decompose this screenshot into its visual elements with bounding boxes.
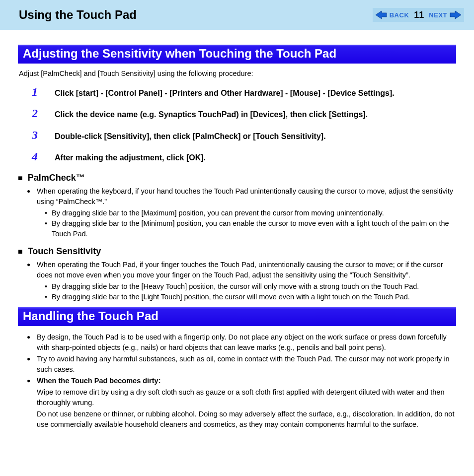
palmcheck-list: When operating the keyboard, if your han… [27,186,456,239]
page-number: 11 [411,10,427,20]
list-item: When operating the Touch Pad, if your fi… [27,260,456,302]
touchsens-sublist: By dragging slide bar to the [Heavy Touc… [45,281,456,302]
content-area: Adjusting the Sensitivity when Touching … [0,30,474,449]
touchsens-list: When operating the Touch Pad, if your fi… [27,260,456,302]
svg-marker-1 [450,11,461,19]
sublist-item: By dragging slide bar to the [Heavy Touc… [45,281,456,292]
continuation-text: Wipe to remove dirt by using a dry soft … [37,387,456,408]
svg-marker-0 [376,11,387,19]
sublist-item: By dragging slide bar to the [Maximum] p… [45,208,456,218]
page-title: Using the Touch Pad [19,8,137,22]
step-number: 4 [32,150,55,163]
step-2: 2 Click the device name (e.g. Synaptics … [32,107,456,120]
section-heading-adjusting: Adjusting the Sensitivity when Touching … [18,45,456,64]
step-text: After making the adjustment, click [OK]. [55,152,206,163]
nav-box: BACK 11 NEXT [373,8,464,22]
bullet-text: When operating the Touch Pad, if your fi… [37,261,443,279]
step-3: 3 Double-click [Sensitivity], then click… [32,129,456,142]
sublist-item: By dragging slide bar to the [Light Touc… [45,292,456,302]
step-text: Double-click [Sensitivity], then click [… [55,131,326,142]
next-arrow-icon[interactable] [449,10,462,20]
list-item: When operating the keyboard, if your han… [27,186,456,239]
step-text: Click [start] - [Control Panel] - [Print… [55,88,395,99]
numbered-steps: 1 Click [start] - [Control Panel] - [Pri… [32,85,456,164]
palmcheck-sublist: By dragging slide bar to the [Maximum] p… [45,208,456,239]
list-item: Try to avoid having any harmful substanc… [27,354,456,375]
sublist-item: By dragging slide bar to the [Minimum] p… [45,218,456,239]
subheading-palmcheck: PalmCheck™ [18,173,456,183]
section-heading-handling: Handling the Touch Pad [18,307,456,326]
list-item: By design, the Touch Pad is to be used w… [27,332,456,353]
next-link[interactable]: NEXT [427,11,449,19]
intro-paragraph: Adjust [PalmCheck] and [Touch Sensitivit… [19,69,456,77]
subheading-touch-sensitivity: Touch Sensitivity [18,246,456,257]
step-4: 4 After making the adjustment, click [OK… [32,150,456,163]
step-number: 1 [32,85,55,99]
step-1: 1 Click [start] - [Control Panel] - [Pri… [32,85,456,99]
bullet-text: When operating the keyboard, if your han… [37,187,453,205]
step-number: 3 [32,129,55,142]
bold-lead: When the Touch Pad becomes dirty: [37,377,160,385]
step-number: 2 [32,107,55,120]
continuation-text: Do not use benzene or thinner, or rubbin… [37,409,456,430]
back-arrow-icon[interactable] [375,10,388,20]
list-item: When the Touch Pad becomes dirty: Wipe t… [27,376,456,430]
handling-list: By design, the Touch Pad is to be used w… [27,332,456,430]
step-text: Click the device name (e.g. Synaptics To… [55,109,368,120]
back-link[interactable]: BACK [388,11,411,19]
header-bar: Using the Touch Pad BACK 11 NEXT [0,0,474,30]
